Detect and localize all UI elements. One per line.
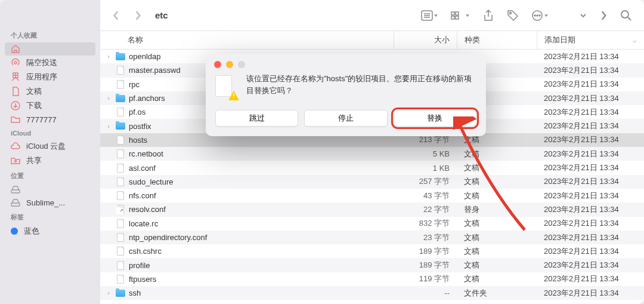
group-button[interactable]: [448, 8, 472, 23]
svg-point-18: [539, 15, 540, 16]
sidebar-item[interactable]: 共享: [0, 153, 100, 168]
sidebar-item[interactable]: 蓝色: [0, 224, 100, 238]
file-row[interactable]: ›ssh--文件夹2023年2月21日 13:34: [100, 286, 644, 300]
file-row[interactable]: resolv.conf22 字节替身2023年2月21日 13:34: [100, 202, 644, 216]
file-date: 2023年2月21日 13:34: [537, 191, 644, 201]
skip-button[interactable]: 跳过: [215, 110, 298, 127]
warning-document-icon: !: [215, 75, 239, 99]
window-title: etc: [155, 10, 168, 20]
file-name: hosts: [129, 136, 147, 145]
folder-icon: [116, 52, 125, 62]
sidebar-item[interactable]: 文稿: [0, 84, 100, 99]
doc-icon: [116, 274, 125, 284]
stop-button[interactable]: 停止: [304, 110, 387, 127]
svg-rect-5: [11, 203, 20, 206]
file-kind: 文稿: [457, 149, 537, 159]
svg-rect-13: [456, 16, 459, 19]
folder-icon: [116, 94, 125, 103]
tags-button[interactable]: [504, 7, 521, 24]
file-size: 189 字节: [394, 246, 457, 257]
file-row[interactable]: asl.conf1 KB文稿2023年2月21日 13:34: [100, 161, 644, 174]
svg-point-14: [510, 12, 512, 14]
file-row[interactable]: ftpusers119 字节文稿2023年2月21日 13:34: [100, 272, 644, 286]
folder-icon: [116, 288, 125, 298]
file-row[interactable]: csh.cshrc189 字节文稿2023年2月21日 13:34: [100, 244, 644, 258]
file-name: pf.anchors: [129, 94, 165, 103]
col-date-header[interactable]: 添加日期⌵: [537, 31, 644, 49]
replace-button[interactable]: 替换: [394, 110, 476, 127]
sidebar-item-label: 下载: [26, 100, 42, 111]
docs-icon: [11, 87, 20, 96]
doc-icon: [116, 233, 125, 242]
sidebar-item[interactable]: iCloud 云盘: [0, 139, 100, 153]
sidebar-item-label: 文稿: [26, 86, 42, 97]
file-kind: 文稿: [457, 176, 537, 187]
apps-icon: [11, 72, 20, 82]
sidebar: 个人收藏隔空投送应用程序文稿下载7777777iCloudiCloud 云盘共享…: [0, 0, 100, 304]
disk-icon: [11, 185, 20, 194]
file-name: master.passwd: [129, 66, 181, 75]
doc-icon: [116, 108, 125, 117]
sidebar-item[interactable]: 隔空投送: [0, 56, 100, 70]
file-name: ssh: [129, 288, 141, 297]
sidebar-item[interactable]: 7777777: [0, 113, 100, 126]
disk-icon: [11, 198, 20, 207]
dialog-message: 该位置已经存在名称为"hosts"的较旧项目。您要用正在移动的新项目替换它吗？: [246, 73, 476, 99]
col-kind-header[interactable]: 种类: [457, 31, 537, 49]
sidebar-section-header: iCloud: [0, 126, 100, 139]
search-button[interactable]: [618, 7, 634, 24]
col-size-header[interactable]: 大小: [394, 31, 457, 49]
svg-point-0: [14, 62, 17, 64]
sidebar-item[interactable]: Sublime_...: [0, 196, 100, 209]
file-row[interactable]: nfs.conf43 字节文稿2023年2月21日 13:34: [100, 189, 644, 202]
column-headers: 名称 大小 种类 添加日期⌵: [100, 31, 644, 50]
file-kind: 替身: [457, 204, 537, 215]
sidebar-toggle[interactable]: [597, 8, 609, 23]
sidebar-item[interactable]: 下载: [0, 99, 100, 113]
file-name: asl.conf: [129, 164, 156, 173]
view-list-button[interactable]: [419, 8, 440, 23]
file-kind: 文稿: [457, 232, 537, 243]
disclosure-triangle[interactable]: ›: [105, 95, 112, 102]
disclosure-triangle[interactable]: ›: [105, 290, 112, 296]
file-size: 213 字节: [394, 134, 457, 145]
file-date: 2023年2月21日 13:34: [537, 65, 644, 76]
dropdown-button[interactable]: [577, 10, 589, 22]
file-kind: 文稿: [457, 134, 537, 145]
col-name-header[interactable]: 名称: [100, 31, 394, 49]
file-kind: 文稿: [457, 274, 537, 284]
sidebar-item[interactable]: 应用程序: [0, 70, 100, 84]
back-button[interactable]: [110, 9, 123, 22]
disclosure-triangle[interactable]: ›: [105, 53, 112, 60]
file-size: 832 字节: [394, 218, 457, 229]
main-pane: etc 名称 大小 种类 添加日期⌵ ›openldap2023年2月21日 1…: [100, 0, 644, 304]
minimize-button[interactable]: [21, 11, 29, 18]
doc-icon: [116, 66, 125, 75]
file-row[interactable]: sudo_lecture257 字节文稿2023年2月21日 13:34: [100, 175, 644, 189]
file-name: openldap: [129, 52, 161, 61]
close-button[interactable]: [10, 11, 17, 18]
dialog-close-button[interactable]: [214, 61, 221, 68]
cloud-icon: [11, 142, 20, 151]
disclosure-triangle[interactable]: ›: [105, 123, 112, 130]
sidebar-item[interactable]: [5, 42, 95, 56]
file-name: nfs.conf: [129, 191, 156, 200]
forward-button[interactable]: [131, 9, 144, 22]
file-date: 2023年2月21日 13:34: [537, 260, 644, 271]
file-row[interactable]: rc.netboot5 KB文稿2023年2月21日 13:34: [100, 147, 644, 161]
actions-button[interactable]: [530, 8, 551, 23]
file-kind: 文稿: [457, 191, 537, 201]
share-button[interactable]: [481, 7, 496, 24]
maximize-button[interactable]: [33, 11, 41, 18]
file-row[interactable]: profile189 字节文稿2023年2月21日 13:34: [100, 258, 644, 272]
file-size: 22 字节: [394, 204, 457, 215]
file-date: 2023年2月21日 13:34: [537, 204, 644, 215]
file-row[interactable]: locate.rc832 字节文稿2023年2月21日 13:34: [100, 217, 644, 231]
file-row[interactable]: ntp_opendirectory.conf23 字节文稿2023年2月21日 …: [100, 231, 644, 244]
sidebar-item[interactable]: [0, 183, 100, 196]
sidebar-item-label: Sublime_...: [26, 198, 65, 207]
file-size: 43 字节: [394, 191, 457, 201]
dialog-minimize-button[interactable]: [226, 61, 233, 68]
svg-point-16: [534, 15, 535, 16]
file-size: 257 字节: [394, 176, 457, 187]
